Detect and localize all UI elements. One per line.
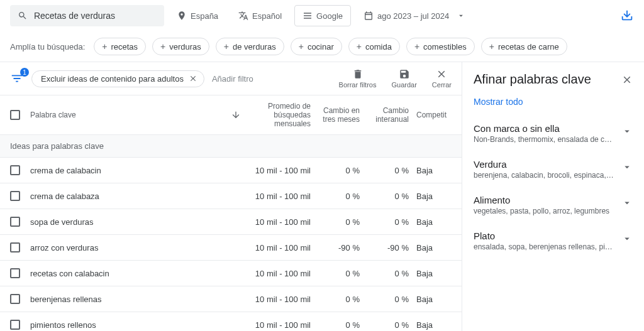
close-label: Cerrar bbox=[432, 81, 452, 89]
plus-icon: + bbox=[489, 41, 494, 52]
keyword-cell[interactable]: crema de calabaza bbox=[30, 192, 231, 201]
plus-icon: + bbox=[414, 41, 419, 52]
keyword-cell[interactable]: sopa de verduras bbox=[30, 217, 231, 227]
filter-row: 1 Excluir ideas de contenido para adulto… bbox=[0, 62, 462, 95]
header-keyword[interactable]: Palabra clave bbox=[30, 111, 231, 119]
broaden-pill[interactable]: +recetas bbox=[94, 38, 146, 55]
download-button[interactable] bbox=[620, 9, 634, 23]
section-header: Ideas para palabras clave bbox=[0, 135, 462, 158]
broaden-pill[interactable]: +comestibles bbox=[406, 38, 475, 55]
pill-label: recetas bbox=[111, 42, 138, 52]
active-filter-label: Excluir ideas de contenido para adultos bbox=[41, 74, 184, 84]
close-icon bbox=[436, 68, 447, 80]
filter-button[interactable]: 1 bbox=[10, 72, 24, 85]
save-icon bbox=[399, 68, 410, 80]
searches-cell: 10 mil - 100 mil bbox=[250, 269, 316, 278]
show-all-link[interactable]: Mostrar todo bbox=[462, 93, 644, 116]
refine-group-title: Plato bbox=[474, 231, 615, 241]
competition-cell: Baja bbox=[414, 320, 452, 330]
search-icon bbox=[18, 10, 28, 21]
refine-group[interactable]: Verduraberenjena, calabacin, brocoli, es… bbox=[462, 151, 644, 187]
plus-icon: + bbox=[102, 41, 107, 52]
three-month-cell: 0 % bbox=[316, 295, 365, 304]
sort-arrow[interactable] bbox=[231, 110, 250, 120]
translate-icon bbox=[238, 11, 248, 21]
chevron-down-icon bbox=[621, 161, 633, 173]
location-icon bbox=[177, 11, 187, 21]
chevron-down-icon bbox=[621, 126, 633, 137]
row-checkbox[interactable] bbox=[10, 294, 20, 304]
language-selector[interactable]: Español bbox=[231, 6, 289, 26]
pill-label: recetas de carne bbox=[498, 42, 559, 52]
save-label: Guardar bbox=[391, 81, 416, 89]
search-input[interactable] bbox=[34, 11, 157, 21]
broaden-bar: Amplía tu búsqueda: +recetas +verduras +… bbox=[0, 31, 644, 62]
broaden-pill[interactable]: +de verduras bbox=[216, 38, 284, 55]
refine-group[interactable]: Platoensalada, sopa, berenjenas rellenas… bbox=[462, 223, 644, 259]
pill-label: verduras bbox=[169, 42, 201, 52]
refine-header: Afinar palabras clave bbox=[462, 62, 644, 93]
close-button[interactable]: Cerrar bbox=[432, 68, 452, 89]
keyword-cell[interactable]: berenjenas rellenas bbox=[30, 295, 231, 304]
keyword-cell[interactable]: recetas con calabacin bbox=[30, 269, 231, 278]
table-row: sopa de verduras10 mil - 100 mil0 %0 %Ba… bbox=[0, 209, 462, 235]
header-yoy[interactable]: Cambio interanual bbox=[365, 106, 414, 124]
table-row: crema de calabacin10 mil - 100 mil0 %0 %… bbox=[0, 158, 462, 183]
date-range-label: ago 2023 – jul 2024 bbox=[377, 11, 449, 21]
calendar-icon bbox=[364, 11, 374, 21]
network-selector[interactable]: Google bbox=[294, 5, 351, 26]
clear-filters-button[interactable]: Borrar filtros bbox=[339, 68, 377, 89]
keyword-cell[interactable]: arroz con verduras bbox=[30, 243, 231, 252]
three-month-cell: 0 % bbox=[316, 217, 365, 227]
save-button[interactable]: Guardar bbox=[391, 68, 416, 89]
refine-group-subtitle: Non-Brands, thermomix, ensalada de col, … bbox=[474, 135, 615, 144]
row-checkbox[interactable] bbox=[10, 242, 20, 252]
plus-icon: + bbox=[224, 41, 229, 52]
add-filter-button[interactable]: Añadir filtro bbox=[212, 74, 253, 84]
filter-actions: Borrar filtros Guardar Cerrar bbox=[339, 68, 452, 89]
refine-group-title: Alimento bbox=[474, 195, 609, 205]
table-header: Palabra clave Promedio de búsquedas mens… bbox=[0, 95, 462, 135]
three-month-cell: 0 % bbox=[316, 269, 365, 278]
remove-filter-button[interactable] bbox=[189, 74, 197, 83]
broaden-pill[interactable]: +comida bbox=[348, 38, 400, 55]
competition-cell: Baja bbox=[414, 295, 452, 304]
refine-group[interactable]: Con marca o sin ellaNon-Brands, thermomi… bbox=[462, 116, 644, 151]
three-month-cell: 0 % bbox=[316, 192, 365, 201]
row-checkbox[interactable] bbox=[10, 320, 20, 330]
table-body: crema de calabacin10 mil - 100 mil0 %0 %… bbox=[0, 158, 462, 331]
refine-close-button[interactable] bbox=[621, 74, 633, 85]
search-box[interactable] bbox=[10, 5, 164, 26]
row-checkbox[interactable] bbox=[10, 268, 20, 278]
language-label: Español bbox=[252, 11, 282, 21]
filter-badge: 1 bbox=[20, 68, 29, 77]
broaden-pill[interactable]: +recetas de carne bbox=[481, 38, 567, 55]
yoy-cell: 0 % bbox=[365, 269, 414, 278]
broaden-pill[interactable]: +cocinar bbox=[291, 38, 342, 55]
row-checkbox[interactable] bbox=[10, 191, 20, 201]
refine-group-subtitle: vegetales, pasta, pollo, arroz, legumbre… bbox=[474, 207, 609, 215]
select-all-checkbox[interactable] bbox=[10, 110, 20, 120]
refine-title: Afinar palabras clave bbox=[474, 72, 591, 87]
location-selector[interactable]: España bbox=[169, 6, 226, 26]
searches-cell: 10 mil - 100 mil bbox=[250, 217, 316, 227]
header-competition[interactable]: Competit bbox=[414, 111, 452, 119]
active-filter-chip[interactable]: Excluir ideas de contenido para adultos bbox=[31, 70, 204, 87]
header-three-month[interactable]: Cambio en tres meses bbox=[316, 106, 365, 124]
clear-filters-label: Borrar filtros bbox=[339, 81, 377, 89]
row-checkbox[interactable] bbox=[10, 217, 20, 227]
date-range-selector[interactable]: ago 2023 – jul 2024 bbox=[356, 6, 473, 26]
broaden-pill[interactable]: +verduras bbox=[152, 38, 209, 55]
keyword-cell[interactable]: crema de calabacin bbox=[30, 166, 231, 175]
refine-list: Con marca o sin ellaNon-Brands, thermomi… bbox=[462, 116, 644, 259]
yoy-cell: 0 % bbox=[365, 217, 414, 227]
header-searches[interactable]: Promedio de búsquedas mensuales bbox=[250, 102, 316, 128]
keyword-cell[interactable]: pimientos rellenos bbox=[30, 320, 231, 330]
plus-icon: + bbox=[299, 41, 304, 52]
dropdown-arrow-icon bbox=[457, 11, 465, 20]
competition-cell: Baja bbox=[414, 166, 452, 175]
row-checkbox[interactable] bbox=[10, 165, 20, 175]
pill-label: cocinar bbox=[308, 42, 334, 52]
refine-group[interactable]: Alimentovegetales, pasta, pollo, arroz, … bbox=[462, 187, 644, 223]
pill-label: de verduras bbox=[233, 42, 276, 52]
